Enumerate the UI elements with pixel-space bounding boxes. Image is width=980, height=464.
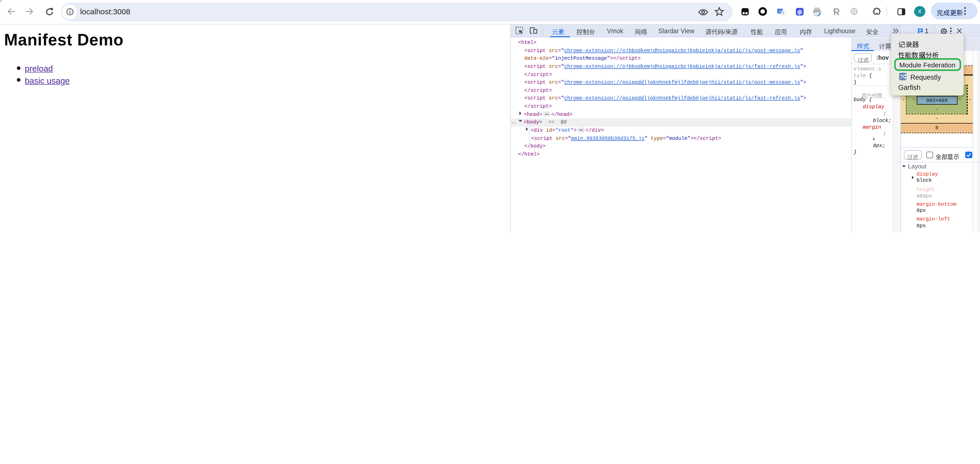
svg-text:文: 文 bbox=[781, 11, 785, 14]
